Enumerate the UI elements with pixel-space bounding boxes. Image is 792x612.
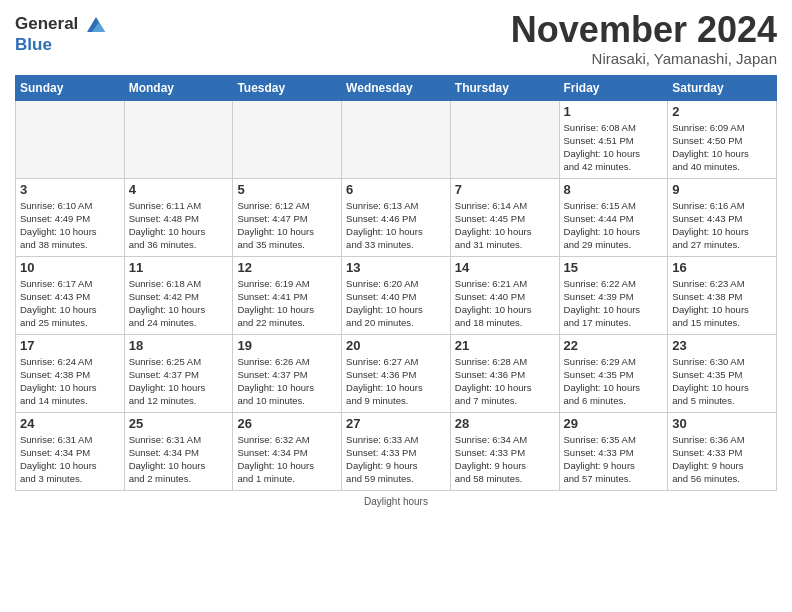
day-number: 21 [455, 338, 555, 353]
day-info: Sunrise: 6:25 AM Sunset: 4:37 PM Dayligh… [129, 355, 229, 408]
day-info: Sunrise: 6:17 AM Sunset: 4:43 PM Dayligh… [20, 277, 120, 330]
day-cell-1-5: 8Sunrise: 6:15 AM Sunset: 4:44 PM Daylig… [559, 178, 668, 256]
day-info: Sunrise: 6:16 AM Sunset: 4:43 PM Dayligh… [672, 199, 772, 252]
page-container: General Blue November 2024 Nirasaki, Yam… [0, 0, 792, 517]
col-header-tuesday: Tuesday [233, 75, 342, 100]
col-header-friday: Friday [559, 75, 668, 100]
day-cell-2-5: 15Sunrise: 6:22 AM Sunset: 4:39 PM Dayli… [559, 256, 668, 334]
day-cell-1-6: 9Sunrise: 6:16 AM Sunset: 4:43 PM Daylig… [668, 178, 777, 256]
day-cell-1-2: 5Sunrise: 6:12 AM Sunset: 4:47 PM Daylig… [233, 178, 342, 256]
day-cell-3-6: 23Sunrise: 6:30 AM Sunset: 4:35 PM Dayli… [668, 334, 777, 412]
day-number: 9 [672, 182, 772, 197]
day-number: 27 [346, 416, 446, 431]
day-info: Sunrise: 6:31 AM Sunset: 4:34 PM Dayligh… [20, 433, 120, 486]
day-info: Sunrise: 6:35 AM Sunset: 4:33 PM Dayligh… [564, 433, 664, 486]
day-number: 6 [346, 182, 446, 197]
day-cell-4-1: 25Sunrise: 6:31 AM Sunset: 4:34 PM Dayli… [124, 412, 233, 490]
day-info: Sunrise: 6:19 AM Sunset: 4:41 PM Dayligh… [237, 277, 337, 330]
day-cell-2-2: 12Sunrise: 6:19 AM Sunset: 4:41 PM Dayli… [233, 256, 342, 334]
day-info: Sunrise: 6:20 AM Sunset: 4:40 PM Dayligh… [346, 277, 446, 330]
day-cell-1-0: 3Sunrise: 6:10 AM Sunset: 4:49 PM Daylig… [16, 178, 125, 256]
day-cell-2-4: 14Sunrise: 6:21 AM Sunset: 4:40 PM Dayli… [450, 256, 559, 334]
day-number: 3 [20, 182, 120, 197]
day-number: 4 [129, 182, 229, 197]
title-block: November 2024 Nirasaki, Yamanashi, Japan [511, 10, 777, 67]
day-number: 30 [672, 416, 772, 431]
day-number: 17 [20, 338, 120, 353]
day-number: 13 [346, 260, 446, 275]
day-cell-1-3: 6Sunrise: 6:13 AM Sunset: 4:46 PM Daylig… [342, 178, 451, 256]
day-cell-1-4: 7Sunrise: 6:14 AM Sunset: 4:45 PM Daylig… [450, 178, 559, 256]
logo-blue: Blue [15, 36, 107, 55]
day-info: Sunrise: 6:13 AM Sunset: 4:46 PM Dayligh… [346, 199, 446, 252]
day-cell-0-3 [342, 100, 451, 178]
day-cell-0-4 [450, 100, 559, 178]
day-cell-3-3: 20Sunrise: 6:27 AM Sunset: 4:36 PM Dayli… [342, 334, 451, 412]
day-cell-4-6: 30Sunrise: 6:36 AM Sunset: 4:33 PM Dayli… [668, 412, 777, 490]
day-info: Sunrise: 6:36 AM Sunset: 4:33 PM Dayligh… [672, 433, 772, 486]
day-cell-0-0 [16, 100, 125, 178]
day-info: Sunrise: 6:15 AM Sunset: 4:44 PM Dayligh… [564, 199, 664, 252]
day-number: 14 [455, 260, 555, 275]
day-cell-2-3: 13Sunrise: 6:20 AM Sunset: 4:40 PM Dayli… [342, 256, 451, 334]
day-info: Sunrise: 6:30 AM Sunset: 4:35 PM Dayligh… [672, 355, 772, 408]
day-info: Sunrise: 6:28 AM Sunset: 4:36 PM Dayligh… [455, 355, 555, 408]
day-cell-1-1: 4Sunrise: 6:11 AM Sunset: 4:48 PM Daylig… [124, 178, 233, 256]
day-info: Sunrise: 6:12 AM Sunset: 4:47 PM Dayligh… [237, 199, 337, 252]
day-number: 15 [564, 260, 664, 275]
day-info: Sunrise: 6:08 AM Sunset: 4:51 PM Dayligh… [564, 121, 664, 174]
day-cell-2-6: 16Sunrise: 6:23 AM Sunset: 4:38 PM Dayli… [668, 256, 777, 334]
day-info: Sunrise: 6:29 AM Sunset: 4:35 PM Dayligh… [564, 355, 664, 408]
header: General Blue November 2024 Nirasaki, Yam… [15, 10, 777, 67]
day-info: Sunrise: 6:22 AM Sunset: 4:39 PM Dayligh… [564, 277, 664, 330]
day-info: Sunrise: 6:11 AM Sunset: 4:48 PM Dayligh… [129, 199, 229, 252]
logo: General Blue [15, 14, 107, 55]
day-cell-2-1: 11Sunrise: 6:18 AM Sunset: 4:42 PM Dayli… [124, 256, 233, 334]
day-info: Sunrise: 6:32 AM Sunset: 4:34 PM Dayligh… [237, 433, 337, 486]
day-number: 18 [129, 338, 229, 353]
logo-text: General Blue [15, 14, 107, 55]
day-number: 29 [564, 416, 664, 431]
col-header-wednesday: Wednesday [342, 75, 451, 100]
col-header-saturday: Saturday [668, 75, 777, 100]
day-cell-4-3: 27Sunrise: 6:33 AM Sunset: 4:33 PM Dayli… [342, 412, 451, 490]
day-number: 22 [564, 338, 664, 353]
day-info: Sunrise: 6:31 AM Sunset: 4:34 PM Dayligh… [129, 433, 229, 486]
day-number: 1 [564, 104, 664, 119]
day-info: Sunrise: 6:18 AM Sunset: 4:42 PM Dayligh… [129, 277, 229, 330]
day-cell-3-4: 21Sunrise: 6:28 AM Sunset: 4:36 PM Dayli… [450, 334, 559, 412]
day-info: Sunrise: 6:26 AM Sunset: 4:37 PM Dayligh… [237, 355, 337, 408]
month-title: November 2024 [511, 10, 777, 50]
day-cell-3-1: 18Sunrise: 6:25 AM Sunset: 4:37 PM Dayli… [124, 334, 233, 412]
col-header-thursday: Thursday [450, 75, 559, 100]
day-cell-0-2 [233, 100, 342, 178]
day-cell-4-0: 24Sunrise: 6:31 AM Sunset: 4:34 PM Dayli… [16, 412, 125, 490]
week-row-0: 1Sunrise: 6:08 AM Sunset: 4:51 PM Daylig… [16, 100, 777, 178]
day-number: 26 [237, 416, 337, 431]
day-info: Sunrise: 6:23 AM Sunset: 4:38 PM Dayligh… [672, 277, 772, 330]
location: Nirasaki, Yamanashi, Japan [511, 50, 777, 67]
day-cell-3-0: 17Sunrise: 6:24 AM Sunset: 4:38 PM Dayli… [16, 334, 125, 412]
day-number: 2 [672, 104, 772, 119]
footer: Daylight hours [15, 496, 777, 507]
day-number: 19 [237, 338, 337, 353]
day-cell-0-5: 1Sunrise: 6:08 AM Sunset: 4:51 PM Daylig… [559, 100, 668, 178]
week-row-1: 3Sunrise: 6:10 AM Sunset: 4:49 PM Daylig… [16, 178, 777, 256]
calendar-table: SundayMondayTuesdayWednesdayThursdayFrid… [15, 75, 777, 491]
day-number: 11 [129, 260, 229, 275]
day-number: 16 [672, 260, 772, 275]
day-number: 5 [237, 182, 337, 197]
day-number: 23 [672, 338, 772, 353]
header-row: SundayMondayTuesdayWednesdayThursdayFrid… [16, 75, 777, 100]
day-number: 25 [129, 416, 229, 431]
daylight-hours-label: Daylight hours [364, 496, 428, 507]
day-info: Sunrise: 6:09 AM Sunset: 4:50 PM Dayligh… [672, 121, 772, 174]
day-cell-4-4: 28Sunrise: 6:34 AM Sunset: 4:33 PM Dayli… [450, 412, 559, 490]
day-cell-3-5: 22Sunrise: 6:29 AM Sunset: 4:35 PM Dayli… [559, 334, 668, 412]
day-number: 24 [20, 416, 120, 431]
day-number: 12 [237, 260, 337, 275]
week-row-2: 10Sunrise: 6:17 AM Sunset: 4:43 PM Dayli… [16, 256, 777, 334]
week-row-3: 17Sunrise: 6:24 AM Sunset: 4:38 PM Dayli… [16, 334, 777, 412]
day-cell-4-2: 26Sunrise: 6:32 AM Sunset: 4:34 PM Dayli… [233, 412, 342, 490]
day-info: Sunrise: 6:10 AM Sunset: 4:49 PM Dayligh… [20, 199, 120, 252]
